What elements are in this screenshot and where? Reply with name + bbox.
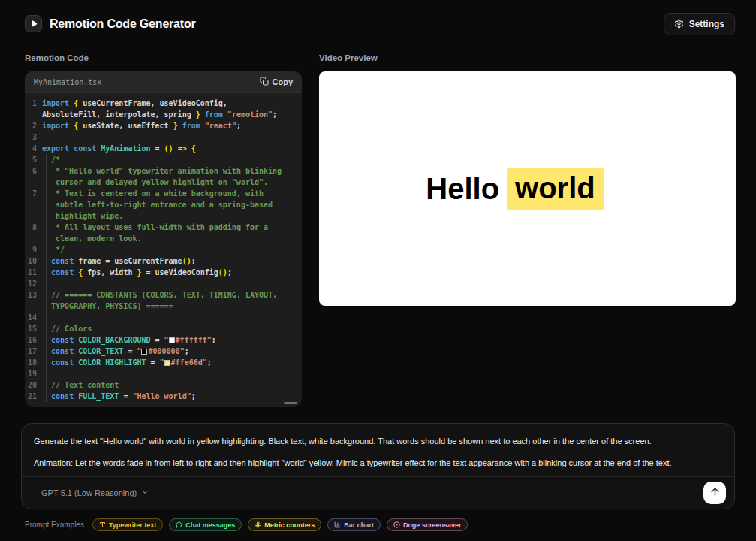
code-line: 20 // Text content	[25, 379, 302, 391]
line-number: 17	[25, 346, 37, 357]
code-line: 15 // Colors	[25, 323, 302, 334]
page-title: Remotion Code Generator	[50, 17, 196, 31]
hash-icon	[255, 521, 261, 528]
code-section-label: Remotion Code	[25, 53, 302, 65]
line-number: 12	[25, 278, 37, 289]
brand: Remotion Code Generator	[25, 15, 196, 32]
example-pill-typewriter-text[interactable]: Typewriter text	[92, 518, 163, 531]
remotion-logo-icon	[25, 15, 42, 32]
example-pill-bar-chart[interactable]: Bar chart	[327, 518, 381, 531]
line-number: 4	[25, 143, 37, 154]
pill-label: Bar chart	[344, 521, 374, 529]
code-line: 14	[25, 312, 302, 323]
line-number: 6	[25, 165, 37, 188]
pill-label: Typewriter text	[109, 521, 156, 529]
code-line: 10 const frame = useCurrentFrame();	[25, 255, 302, 267]
code-line: 17 const COLOR_TEXT = "#000000";	[25, 346, 302, 357]
type-icon	[99, 521, 106, 528]
code-line: 12	[25, 278, 302, 289]
line-number: 16	[25, 334, 37, 346]
header: Remotion Code Generator Settings	[0, 0, 756, 35]
code-line: 4export const MyAnimation = () => {	[25, 143, 302, 154]
code-line: 16 const COLOR_BACKGROUND = "#ffffff";	[25, 334, 302, 346]
pill-label: Doge screensaver	[403, 521, 462, 529]
preview-section-label: Video Preview	[319, 53, 736, 65]
color-swatch	[164, 360, 170, 366]
line-number: 10	[25, 255, 37, 267]
line-number: 7	[25, 188, 37, 222]
code-line: 21 const FULL_TEXT = "Hello world";	[25, 391, 302, 402]
preview-text: Hello world	[426, 168, 603, 210]
example-pill-doge-screensaver[interactable]: Doge screensaver	[387, 518, 468, 531]
model-selector-label: GPT-5.1 (Low Reasoning)	[41, 488, 137, 497]
prompt-footer: GPT-5.1 (Low Reasoning)	[22, 476, 734, 509]
gear-icon	[674, 19, 684, 29]
chevron-down-icon	[141, 488, 149, 497]
line-number: 19	[25, 368, 37, 379]
filename-label: MyAnimation.tsx	[34, 78, 101, 86]
preview-highlighted-word: world	[507, 168, 604, 210]
line-number: 14	[25, 312, 37, 323]
line-number: 1	[25, 98, 37, 120]
line-number: 5	[25, 154, 37, 165]
code-line: 1import { useCurrentFrame, useVideoConfi…	[25, 98, 302, 120]
preview-plain-word: Hello	[426, 172, 499, 206]
code-line: 19	[25, 368, 302, 379]
code-line: 3	[25, 131, 302, 143]
pills-container: Typewriter textChat messagesMetric count…	[92, 518, 468, 531]
pill-label: Metric counters	[264, 521, 315, 529]
code-line: 13 // ====== CONSTANTS (COLORS, TEXT, TI…	[25, 289, 302, 312]
line-number: 9	[25, 244, 37, 255]
line-number: 2	[25, 120, 37, 131]
line-number: 15	[25, 323, 37, 334]
code-line: 7 * Text is centered on a white backgrou…	[25, 188, 302, 222]
prompt-input[interactable]: Generate the text "Hello world" with wor…	[22, 424, 734, 476]
code-line: 11 const { fps, width } = useVideoConfig…	[25, 267, 302, 278]
video-preview: Hello world	[319, 71, 736, 306]
disc-icon	[393, 521, 400, 528]
prompt-examples-label: Prompt Examples	[25, 521, 84, 529]
arrow-up-icon	[709, 486, 721, 500]
prompt-paragraph: Generate the text "Hello world" with wor…	[34, 435, 722, 447]
settings-button-label: Settings	[689, 19, 724, 29]
line-number: 18	[25, 357, 37, 368]
chat-icon	[176, 521, 182, 528]
copy-button-label: Copy	[273, 77, 294, 86]
code-line: 8 * All layout uses full-width with padd…	[25, 222, 302, 244]
code-line: 9 */	[25, 244, 302, 255]
app-window: Remotion Code Generator Settings Remotio…	[0, 0, 756, 541]
example-pill-chat-messages[interactable]: Chat messages	[169, 518, 242, 531]
send-button[interactable]	[703, 482, 726, 504]
line-number: 8	[25, 222, 37, 244]
model-selector[interactable]: GPT-5.1 (Low Reasoning)	[41, 488, 149, 497]
code-line: 6 * "Hello world" typewriter animation w…	[25, 165, 302, 188]
prompt-examples-row: Prompt Examples Typewriter textChat mess…	[25, 518, 735, 531]
copy-icon	[260, 77, 269, 87]
prompt-box: Generate the text "Hello world" with wor…	[21, 423, 735, 509]
prompt-paragraph: Animation: Let the words fade in from le…	[34, 457, 722, 469]
code-line: 18 const COLOR_HIGHLIGHT = "#ffe66d";	[25, 357, 302, 368]
code-panel-header: MyAnimation.tsx Copy	[25, 71, 302, 93]
example-pill-metric-counters[interactable]: Metric counters	[248, 518, 321, 531]
line-number: 13	[25, 289, 37, 312]
line-number: 11	[25, 267, 37, 278]
code-editor[interactable]: 1import { useCurrentFrame, useVideoConfi…	[25, 93, 302, 402]
line-number: 3	[25, 131, 37, 143]
settings-button[interactable]: Settings	[664, 13, 735, 35]
code-column: Remotion Code MyAnimation.tsx Copy	[25, 53, 302, 407]
pill-label: Chat messages	[185, 521, 235, 529]
code-line: 2import { useState, useEffect } from "re…	[25, 120, 302, 131]
color-swatch	[141, 349, 147, 355]
line-number: 21	[25, 391, 37, 402]
line-number: 20	[25, 379, 37, 391]
main-content: Remotion Code MyAnimation.tsx Copy	[25, 53, 736, 407]
bar-chart-icon	[334, 521, 341, 528]
color-swatch	[169, 337, 175, 343]
horizontal-scrollbar[interactable]	[284, 402, 297, 404]
code-line: 5 /*	[25, 154, 302, 165]
preview-column: Video Preview Hello world	[319, 53, 736, 407]
copy-button[interactable]: Copy	[260, 77, 294, 87]
code-panel: MyAnimation.tsx Copy 1import { useCurren…	[25, 71, 302, 407]
